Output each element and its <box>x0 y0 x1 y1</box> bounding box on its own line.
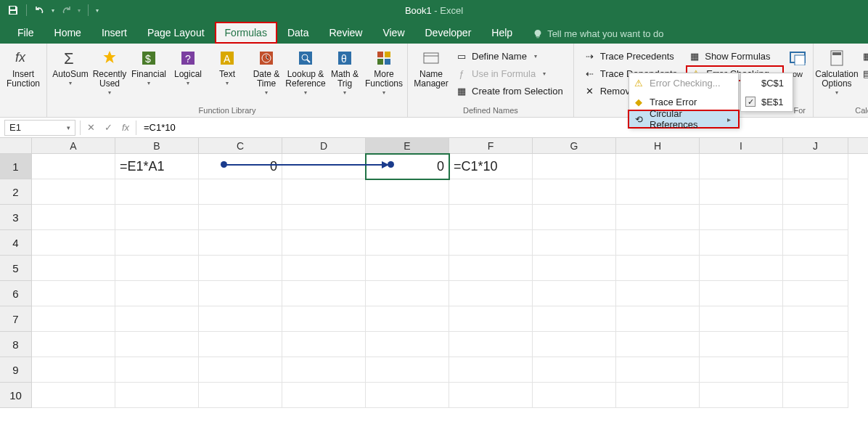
tab-help[interactable]: Help <box>481 22 523 44</box>
cell[interactable] <box>366 306 449 332</box>
cell[interactable] <box>366 230 449 256</box>
tab-formulas[interactable]: Formulas <box>215 22 277 44</box>
cell-h1[interactable] <box>616 154 700 179</box>
cell-g1[interactable] <box>533 154 616 179</box>
cell[interactable] <box>616 306 700 332</box>
cell[interactable] <box>199 179 282 205</box>
row-header-5[interactable]: 5 <box>0 256 32 281</box>
cell[interactable] <box>449 230 533 256</box>
cell[interactable] <box>199 205 282 230</box>
define-name-button[interactable]: ▭Define Name▾ <box>453 48 566 64</box>
cell[interactable] <box>32 306 115 332</box>
tab-page-layout[interactable]: Page Layout <box>137 22 215 44</box>
cell[interactable] <box>616 230 700 256</box>
cell-e1[interactable]: 0 <box>366 154 449 179</box>
cell-f1[interactable]: =C1*10 <box>449 154 533 179</box>
row-header-10[interactable]: 10 <box>0 383 32 408</box>
create-from-selection-button[interactable]: ▦Create from Selection <box>453 83 566 99</box>
row-header-9[interactable]: 9 <box>0 357 32 383</box>
col-header-f[interactable]: F <box>449 138 533 153</box>
cell[interactable] <box>616 281 700 306</box>
text-button[interactable]: A Text▾ <box>208 46 246 97</box>
cell[interactable] <box>783 332 848 357</box>
insert-function-fbar-button[interactable]: fx <box>117 120 134 136</box>
cell[interactable] <box>616 383 700 408</box>
cell[interactable] <box>199 332 282 357</box>
col-header-g[interactable]: G <box>533 138 616 153</box>
recently-used-button[interactable]: Recently Used▾ <box>91 46 128 97</box>
cell[interactable] <box>533 357 616 383</box>
redo-icon[interactable] <box>60 4 72 16</box>
menu-error-checking[interactable]: ⚠ Error Checking... <box>629 73 738 92</box>
row-header-8[interactable]: 8 <box>0 332 32 357</box>
cell[interactable] <box>115 256 199 281</box>
row-header-3[interactable]: 3 <box>0 205 32 230</box>
cell[interactable] <box>115 179 199 205</box>
tab-review[interactable]: Review <box>319 22 373 44</box>
cell[interactable] <box>282 205 366 230</box>
row-header-4[interactable]: 4 <box>0 230 32 256</box>
cell[interactable] <box>282 306 366 332</box>
cell[interactable] <box>783 281 848 306</box>
cell[interactable] <box>700 281 783 306</box>
cell[interactable] <box>32 332 115 357</box>
cell[interactable] <box>700 383 783 408</box>
tab-data[interactable]: Data <box>277 22 319 44</box>
circular-ref-item-e1[interactable]: ✓ $E$1 <box>741 92 793 111</box>
cell[interactable] <box>533 306 616 332</box>
cell[interactable] <box>115 306 199 332</box>
cell[interactable] <box>616 357 700 383</box>
cell[interactable] <box>616 256 700 281</box>
cell[interactable] <box>616 205 700 230</box>
tell-me-search[interactable]: Tell me what you want to do <box>533 28 663 44</box>
cell[interactable] <box>700 205 783 230</box>
cell[interactable] <box>533 256 616 281</box>
cell[interactable] <box>282 383 366 408</box>
cell[interactable] <box>199 357 282 383</box>
cell[interactable] <box>783 357 848 383</box>
cell[interactable] <box>282 230 366 256</box>
cell[interactable] <box>366 332 449 357</box>
cell[interactable] <box>199 256 282 281</box>
cell[interactable] <box>700 179 783 205</box>
col-header-e[interactable]: E <box>366 138 449 153</box>
cell-j1[interactable] <box>783 154 848 179</box>
cell[interactable] <box>115 383 199 408</box>
date-time-button[interactable]: Date & Time▾ <box>247 46 285 97</box>
calculate-now-button[interactable]: ▦Calculate N <box>859 48 868 64</box>
cell-b1[interactable]: =E1*A1 <box>115 154 199 179</box>
row-header-2[interactable]: 2 <box>0 179 32 205</box>
more-functions-button[interactable]: More Functions▾ <box>365 46 403 97</box>
cell-i1[interactable] <box>700 154 783 179</box>
cell[interactable] <box>366 383 449 408</box>
cell[interactable] <box>282 256 366 281</box>
cell[interactable] <box>32 256 115 281</box>
cell[interactable] <box>700 256 783 281</box>
cell[interactable] <box>199 383 282 408</box>
cancel-formula-button[interactable]: ✕ <box>82 120 99 136</box>
cell[interactable] <box>533 383 616 408</box>
cell[interactable] <box>282 332 366 357</box>
qat-customize-icon[interactable]: ▾ <box>96 7 99 14</box>
select-all-corner[interactable] <box>0 138 32 153</box>
cell[interactable] <box>616 332 700 357</box>
cell[interactable] <box>32 281 115 306</box>
cell[interactable] <box>449 179 533 205</box>
cell[interactable] <box>783 383 848 408</box>
cell[interactable] <box>282 357 366 383</box>
circular-ref-item-c1[interactable]: $C$1 <box>741 73 793 92</box>
cell[interactable] <box>533 205 616 230</box>
cell[interactable] <box>783 256 848 281</box>
tab-insert[interactable]: Insert <box>91 22 137 44</box>
cell[interactable] <box>700 306 783 332</box>
cell[interactable] <box>366 205 449 230</box>
cell-c1[interactable]: 0 <box>199 154 282 179</box>
col-header-h[interactable]: H <box>616 138 700 153</box>
namebox-dropdown-icon[interactable]: ▾ <box>67 124 70 131</box>
cell[interactable] <box>115 281 199 306</box>
cell[interactable] <box>449 357 533 383</box>
cell[interactable] <box>783 205 848 230</box>
cell[interactable] <box>366 256 449 281</box>
cell[interactable] <box>32 205 115 230</box>
logical-button[interactable]: ? Logical▾ <box>169 46 207 97</box>
